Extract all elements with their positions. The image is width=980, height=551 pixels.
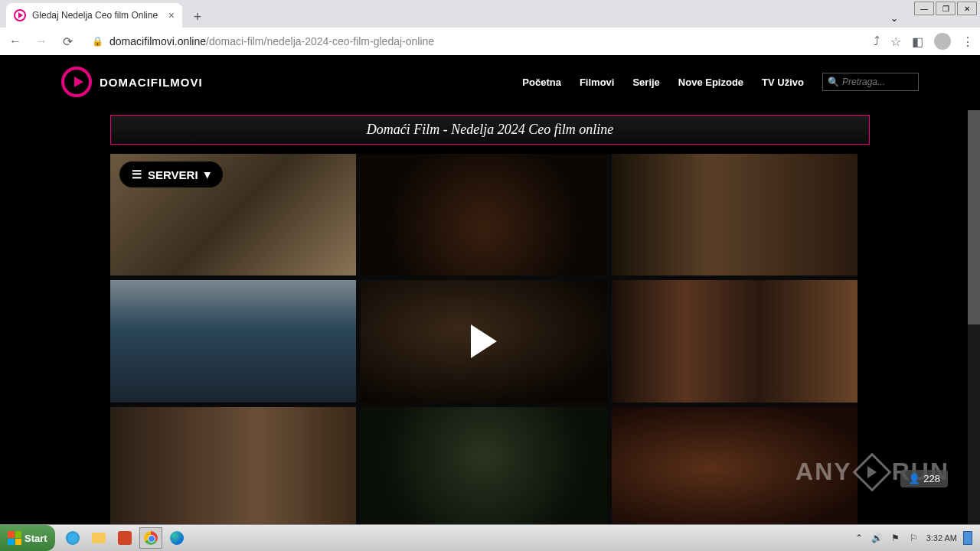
nav-tv[interactable]: TV Uživo [762, 77, 804, 88]
taskbar-powerpoint[interactable] [113, 527, 136, 549]
tray-volume-icon[interactable]: 🔊 [871, 532, 884, 544]
main-nav: Početna Filmovi Serije Nove Epizode TV U… [522, 73, 919, 91]
nav-series[interactable]: Serije [632, 77, 659, 88]
tab-list-dropdown[interactable]: ⌄ [885, 9, 903, 28]
url-text: domacifilmovi.online/domaci-film/nedelja… [109, 35, 434, 47]
nav-home[interactable]: Početna [522, 77, 561, 88]
person-icon: 👤 [908, 473, 920, 484]
address-bar-actions: ⤴ ☆ ◧ ⋮ [874, 33, 974, 50]
tray-desktop-icon[interactable] [963, 531, 972, 545]
taskbar-explorer[interactable] [87, 527, 110, 549]
search-input[interactable] [842, 77, 913, 87]
forward-button[interactable]: → [32, 32, 51, 51]
play-icon [471, 324, 497, 358]
play-button[interactable] [471, 324, 497, 358]
site-header: DOMACIFILMOVI Početna Filmovi Serije Nov… [0, 55, 980, 109]
movie-title-banner: Domaći Film - Nedelja 2024 Ceo film onli… [110, 115, 870, 145]
search-icon: 🔍 [828, 77, 839, 87]
hamburger-icon [132, 168, 142, 181]
close-window-button[interactable]: ✕ [957, 2, 977, 15]
taskbar: Start ⌃ 🔊 ⚑ ⚐ 3:32 AM [0, 524, 980, 551]
tray-flag-icon[interactable]: ⚐ [908, 532, 920, 544]
tab-title: Gledaj Nedelja Ceo film Online [32, 10, 162, 21]
lock-icon: 🔒 [92, 36, 103, 47]
ie-icon [66, 531, 80, 545]
folder-icon [92, 533, 106, 543]
bookmark-icon[interactable]: ☆ [890, 34, 901, 49]
share-icon[interactable]: ⤴ [874, 34, 880, 48]
start-label: Start [24, 533, 47, 544]
thumbnail [361, 407, 606, 524]
url-bar[interactable]: 🔒 domacifilmovi.online/domaci-film/nedel… [84, 31, 866, 52]
tray-network-icon[interactable]: ⚑ [890, 532, 902, 544]
reload-button[interactable]: ⟳ [58, 32, 77, 51]
tab-close-icon[interactable]: × [168, 9, 175, 21]
taskbar-edge[interactable] [165, 527, 188, 549]
thumbnail [612, 154, 858, 276]
video-player[interactable]: SERVERI ▾ [110, 154, 858, 524]
search-box[interactable]: 🔍 [822, 73, 919, 91]
tab-favicon-icon [14, 9, 26, 21]
thumbnail [110, 280, 356, 402]
profile-icon[interactable] [934, 33, 951, 50]
window-controls: — ❐ ✕ [914, 2, 977, 15]
logo-text: DOMACIFILMOVI [100, 76, 203, 89]
page-scrollbar[interactable] [968, 110, 980, 524]
viewer-count-badge: 👤 228 [900, 470, 948, 487]
chrome-icon [144, 531, 158, 545]
taskbar-ie[interactable] [61, 527, 84, 549]
site-logo[interactable]: DOMACIFILMOVI [61, 67, 203, 97]
taskbar-chrome[interactable] [139, 527, 162, 549]
thumbnail [612, 280, 858, 402]
address-bar: ← → ⟳ 🔒 domacifilmovi.online/domaci-film… [0, 28, 980, 55]
menu-icon[interactable]: ⋮ [962, 34, 974, 49]
nav-films[interactable]: Filmovi [580, 77, 615, 88]
movie-title: Domaći Film - Nedelja 2024 Ceo film onli… [367, 122, 613, 137]
servers-button[interactable]: SERVERI ▾ [119, 161, 223, 187]
tray-expand-icon[interactable]: ⌃ [853, 532, 865, 544]
back-button[interactable]: ← [6, 32, 24, 51]
nav-episodes[interactable]: Nove Epizode [678, 77, 743, 88]
thumbnail [361, 154, 606, 276]
browser-tab[interactable]: Gledaj Nedelja Ceo film Online × [6, 3, 182, 28]
taskbar-apps [61, 527, 188, 549]
start-button[interactable]: Start [0, 525, 55, 551]
servers-label: SERVERI [148, 168, 198, 181]
watermark-play-icon [852, 452, 891, 491]
chevron-down-icon: ▾ [204, 168, 211, 181]
browser-chrome: Gledaj Nedelja Ceo film Online × + ⌄ — ❐… [0, 0, 980, 55]
thumbnail [110, 407, 356, 524]
edge-icon [170, 531, 184, 545]
viewer-count: 228 [923, 473, 940, 484]
windows-logo-icon [8, 531, 21, 545]
logo-play-icon [61, 67, 92, 97]
page-content: DOMACIFILMOVI Početna Filmovi Serije Nov… [0, 55, 980, 524]
minimize-button[interactable]: — [914, 2, 934, 15]
powerpoint-icon [118, 531, 132, 545]
scroll-thumb[interactable] [968, 110, 980, 324]
side-panel-icon[interactable]: ◧ [912, 34, 923, 49]
tab-bar: Gledaj Nedelja Ceo film Online × + ⌄ — ❐… [0, 0, 980, 28]
tray-clock[interactable]: 3:32 AM [926, 533, 957, 543]
new-tab-button[interactable]: + [187, 6, 208, 28]
maximize-button[interactable]: ❐ [936, 2, 956, 15]
system-tray: ⌃ 🔊 ⚑ ⚐ 3:32 AM [845, 531, 980, 545]
